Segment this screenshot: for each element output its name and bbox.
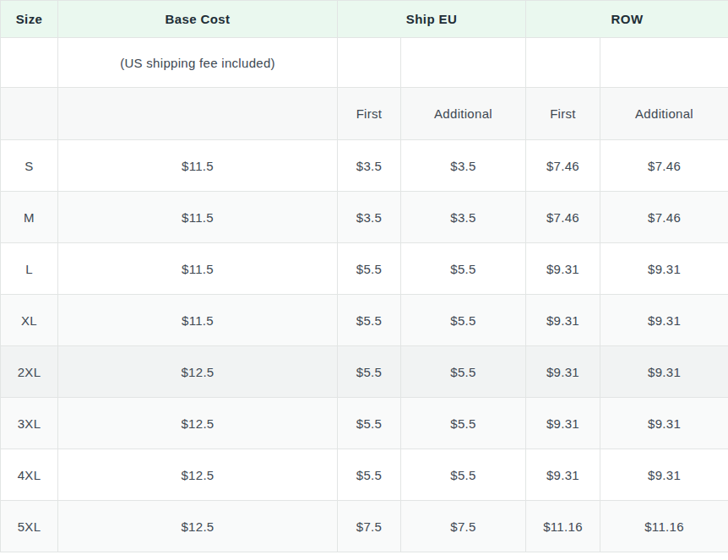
row-additional-cell: $7.46 bbox=[600, 192, 728, 243]
eu-additional-cell: $5.5 bbox=[401, 398, 526, 449]
row-first-cell: $7.46 bbox=[526, 192, 600, 243]
base-cost-cell: $11.5 bbox=[58, 243, 338, 295]
eu-first-cell: $5.5 bbox=[338, 243, 401, 295]
table-row: L $11.5 $5.5 $5.5 $9.31 $9.31 bbox=[1, 243, 728, 295]
eu-first-cell: $7.5 bbox=[338, 501, 401, 552]
row-additional-cell: $9.31 bbox=[600, 295, 728, 346]
base-cost-cell: $11.5 bbox=[58, 140, 338, 192]
eu-first-header: First bbox=[338, 88, 401, 140]
eu-first-cell: $5.5 bbox=[338, 398, 401, 449]
row-first-header: First bbox=[526, 88, 600, 140]
eu-additional-cell: $7.5 bbox=[401, 501, 526, 552]
empty-cell bbox=[1, 38, 58, 88]
table-row: XL $11.5 $5.5 $5.5 $9.31 $9.31 bbox=[1, 295, 728, 346]
base-cost-cell: $12.5 bbox=[58, 449, 338, 501]
size-col-header: Size bbox=[1, 1, 58, 38]
empty-cell bbox=[338, 38, 401, 88]
row-first-cell: $9.31 bbox=[526, 449, 600, 501]
row-col-header: ROW bbox=[526, 1, 728, 38]
eu-additional-header: Additional bbox=[401, 88, 526, 140]
eu-first-cell: $5.5 bbox=[338, 295, 401, 346]
note-row: (US shipping fee included) bbox=[1, 38, 728, 88]
eu-first-cell: $5.5 bbox=[338, 449, 401, 501]
eu-first-cell: $3.5 bbox=[338, 140, 401, 192]
eu-additional-cell: $5.5 bbox=[401, 295, 526, 346]
base-cost-cell: $11.5 bbox=[58, 295, 338, 346]
eu-additional-cell: $5.5 bbox=[401, 346, 526, 398]
row-first-cell: $9.31 bbox=[526, 398, 600, 449]
table-row: 4XL $12.5 $5.5 $5.5 $9.31 $9.31 bbox=[1, 449, 728, 501]
eu-additional-cell: $5.5 bbox=[401, 449, 526, 501]
row-additional-cell: $9.31 bbox=[600, 346, 728, 398]
size-cell: 3XL bbox=[1, 398, 58, 449]
base-cost-cell: $12.5 bbox=[58, 398, 338, 449]
table-row: M $11.5 $3.5 $3.5 $7.46 $7.46 bbox=[1, 192, 728, 243]
size-cell: L bbox=[1, 243, 58, 295]
base-cost-col-header: Base Cost bbox=[58, 1, 338, 38]
empty-cell bbox=[526, 38, 600, 88]
row-first-cell: $9.31 bbox=[526, 346, 600, 398]
eu-first-cell: $5.5 bbox=[338, 346, 401, 398]
row-first-cell: $11.16 bbox=[526, 501, 600, 552]
row-first-cell: $7.46 bbox=[526, 140, 600, 192]
empty-cell bbox=[401, 38, 526, 88]
size-cell: 2XL bbox=[1, 346, 58, 398]
table-row: S $11.5 $3.5 $3.5 $7.46 $7.46 bbox=[1, 140, 728, 192]
row-additional-cell: $9.31 bbox=[600, 243, 728, 295]
eu-additional-cell: $3.5 bbox=[401, 140, 526, 192]
base-cost-cell: $12.5 bbox=[58, 501, 338, 552]
row-additional-cell: $7.46 bbox=[600, 140, 728, 192]
base-cost-cell: $11.5 bbox=[58, 192, 338, 243]
size-cell: S bbox=[1, 140, 58, 192]
size-cell: 4XL bbox=[1, 449, 58, 501]
size-cell: M bbox=[1, 192, 58, 243]
table-row: 3XL $12.5 $5.5 $5.5 $9.31 $9.31 bbox=[1, 398, 728, 449]
row-additional-cell: $9.31 bbox=[600, 449, 728, 501]
row-additional-header: Additional bbox=[600, 88, 728, 140]
empty-cell bbox=[600, 38, 728, 88]
eu-additional-cell: $3.5 bbox=[401, 192, 526, 243]
ship-eu-col-header: Ship EU bbox=[338, 1, 526, 38]
row-additional-cell: $9.31 bbox=[600, 398, 728, 449]
row-additional-cell: $11.16 bbox=[600, 501, 728, 552]
header-row: Size Base Cost Ship EU ROW bbox=[1, 1, 728, 38]
empty-cell bbox=[1, 88, 58, 140]
pricing-table: Size Base Cost Ship EU ROW (US shipping … bbox=[0, 0, 728, 552]
eu-first-cell: $3.5 bbox=[338, 192, 401, 243]
table-row: 2XL $12.5 $5.5 $5.5 $9.31 $9.31 bbox=[1, 346, 728, 398]
base-cost-note: (US shipping fee included) bbox=[58, 38, 338, 88]
empty-cell bbox=[58, 88, 338, 140]
size-cell: XL bbox=[1, 295, 58, 346]
base-cost-cell: $12.5 bbox=[58, 346, 338, 398]
row-first-cell: $9.31 bbox=[526, 243, 600, 295]
row-first-cell: $9.31 bbox=[526, 295, 600, 346]
eu-additional-cell: $5.5 bbox=[401, 243, 526, 295]
subheader-row: First Additional First Additional bbox=[1, 88, 728, 140]
size-cell: 5XL bbox=[1, 501, 58, 552]
table-row: 5XL $12.5 $7.5 $7.5 $11.16 $11.16 bbox=[1, 501, 728, 552]
